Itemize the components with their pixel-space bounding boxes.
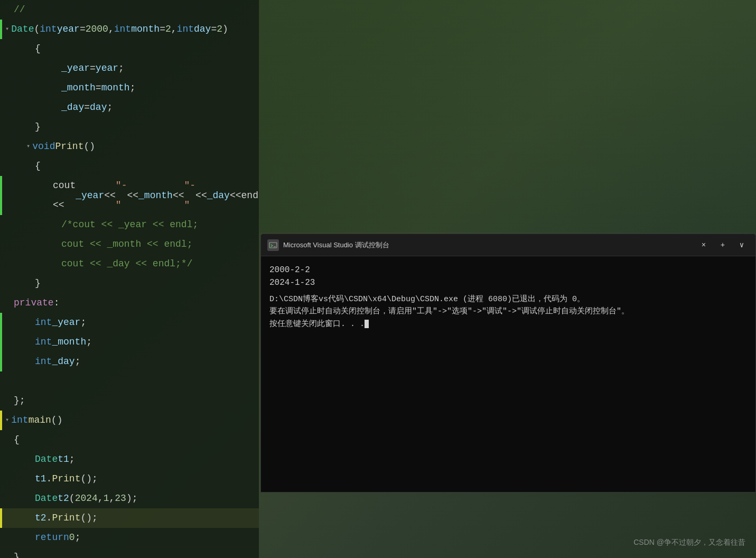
code-line: t1.Print(); — [0, 469, 259, 489]
code-line: int _day; — [0, 352, 259, 371]
code-line: { — [0, 430, 259, 450]
code-token: int — [35, 332, 52, 352]
code-token: = — [80, 20, 86, 39]
code-token: _month — [61, 78, 96, 98]
code-token: _day — [207, 186, 230, 206]
code-token: ; — [130, 78, 136, 98]
code-token: ; — [80, 313, 86, 332]
code-line: cout << _day << endl;*/ — [0, 254, 259, 274]
code-token: , — [98, 489, 104, 508]
code-token: } — [35, 117, 41, 137]
terminal-output: 2000-2-22024-1-23 — [269, 264, 747, 289]
code-token: /*cout << _year << endl; — [61, 215, 198, 235]
code-line: return 0; — [0, 528, 259, 547]
code-token: ; — [86, 332, 92, 352]
code-token: "-" — [116, 176, 127, 215]
code-token: << — [127, 186, 138, 206]
code-token: = — [211, 20, 217, 39]
gutter-indicator — [0, 352, 2, 371]
code-token: cout << _month << endl; — [61, 235, 192, 254]
code-line: } — [0, 117, 259, 137]
code-token: year — [96, 59, 118, 78]
code-token: = — [96, 78, 101, 98]
code-token: _year — [52, 313, 80, 332]
code-token: << — [230, 186, 241, 206]
gutter-indicator — [0, 411, 2, 430]
code-editor: //▾Date(int year=2000, int month=2, int … — [0, 0, 259, 558]
code-token: int — [114, 20, 131, 39]
code-token: Date — [35, 450, 58, 469]
terminal-chevron-button[interactable]: ∨ — [734, 238, 749, 253]
fold-icon[interactable]: ▾ — [5, 20, 9, 39]
terminal-close-button[interactable]: × — [696, 238, 711, 253]
code-line: private: — [0, 293, 259, 313]
terminal-icon — [267, 239, 279, 251]
code-token: private — [14, 293, 54, 313]
terminal-close-text: 按任意键关闭此窗口. . . — [269, 318, 747, 330]
code-token: ; — [69, 450, 75, 469]
code-token: () — [83, 137, 95, 156]
code-token: endl; — [241, 186, 259, 206]
code-token: Date — [35, 489, 58, 508]
code-line: ▾Date(int year=2000, int month=2, int da… — [0, 20, 259, 39]
code-token: 2024 — [75, 489, 98, 508]
code-line: } — [0, 547, 259, 558]
code-token: = — [160, 20, 165, 39]
code-token: , — [108, 20, 114, 39]
code-line: ▾int main() — [0, 411, 259, 430]
code-line: Date t2(2024, 1, 23); — [0, 489, 259, 508]
code-token: void — [32, 137, 55, 156]
terminal-titlebar: Microsoft Visual Studio 调试控制台 × + ∨ — [261, 234, 755, 256]
code-token: ; — [75, 528, 81, 547]
fold-icon[interactable]: ▾ — [26, 137, 30, 156]
code-token: { — [35, 39, 41, 59]
code-token: Date — [11, 20, 34, 39]
code-token: cout << _day << endl;*/ — [61, 254, 192, 274]
code-token: () — [51, 411, 63, 430]
code-token: _month — [138, 186, 173, 206]
fold-icon[interactable]: ▾ — [5, 411, 9, 430]
terminal-window: Microsoft Visual Studio 调试控制台 × + ∨ 2000… — [260, 234, 756, 492]
code-token: t1 — [58, 450, 69, 469]
code-token: }; — [14, 391, 25, 411]
code-token: , — [171, 20, 177, 39]
code-token: << — [173, 186, 184, 206]
gutter-indicator — [0, 332, 2, 352]
code-token: int — [40, 20, 57, 39]
code-token: _year — [61, 59, 90, 78]
code-token: { — [14, 430, 20, 450]
code-token: int — [11, 411, 28, 430]
terminal-path: D:\CSDN博客vs代码\CSDN\x64\Debug\CSDN.exe (进… — [269, 293, 747, 330]
code-token: 1 — [104, 489, 109, 508]
code-token: } — [14, 547, 20, 558]
terminal-line: 2024-1-23 — [269, 276, 747, 289]
terminal-cursor — [365, 320, 369, 328]
code-line — [0, 371, 259, 391]
code-token: ( — [34, 20, 40, 39]
code-token: . — [46, 508, 52, 528]
code-line: // — [0, 0, 259, 20]
code-line: _month = month; — [0, 78, 259, 98]
code-token: ) — [222, 20, 228, 39]
gutter-indicator — [0, 20, 2, 39]
code-token: 0 — [69, 528, 75, 547]
code-token: 2 — [165, 20, 171, 39]
code-line: { — [0, 39, 259, 59]
code-token: _day — [52, 352, 74, 371]
code-token: << — [195, 186, 207, 206]
watermark: CSDN @争不过朝夕，又念着往昔 — [633, 538, 745, 547]
code-token: = — [90, 59, 96, 78]
code-line: cout << _month << endl; — [0, 235, 259, 254]
code-line: cout << _year << "-" << _month << "-" <<… — [0, 176, 259, 215]
code-line: } — [0, 274, 259, 293]
gutter-indicator — [0, 313, 2, 332]
code-token: 2000 — [86, 20, 108, 39]
code-token: , — [109, 489, 115, 508]
code-token: day — [90, 98, 107, 117]
code-token: "-" — [184, 176, 195, 215]
terminal-add-button[interactable]: + — [715, 238, 730, 253]
code-token: cout << — [53, 176, 76, 215]
background-plant — [259, 0, 756, 232]
code-token: : — [54, 293, 60, 313]
code-token: { — [35, 156, 41, 176]
